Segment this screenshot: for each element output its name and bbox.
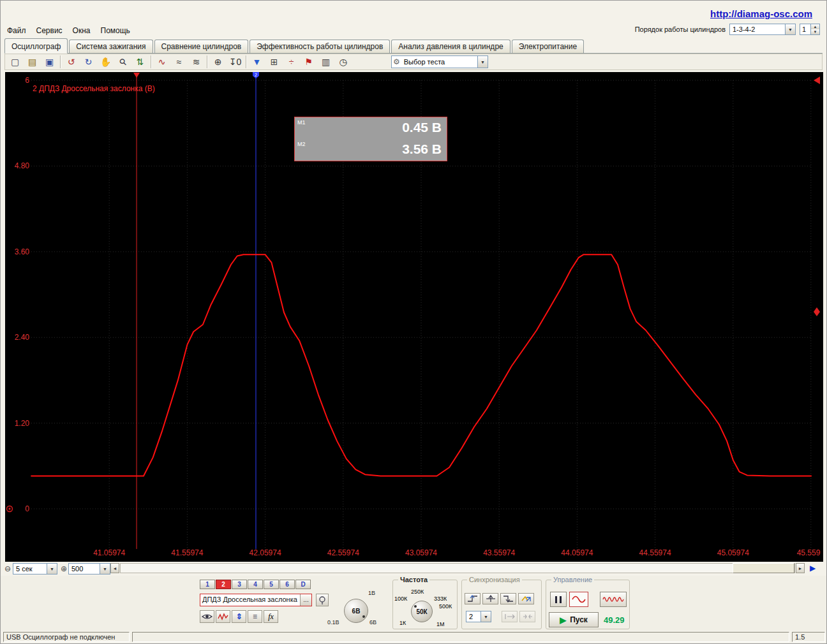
trigger-auto-button[interactable] — [518, 593, 534, 604]
x-tick-label: 45.559 — [797, 548, 821, 557]
multi-wave-button[interactable] — [600, 592, 627, 607]
spin-up-icon[interactable]: ▲ — [811, 24, 819, 29]
frequency-knob[interactable]: 50К — [411, 601, 433, 622]
cursor-m1-value: 0.45 В — [402, 120, 442, 135]
new-file-icon[interactable]: ▢ — [6, 54, 24, 70]
channel-button-2[interactable]: 2 — [216, 580, 231, 589]
firing-order-label: Порядок работы цилиндров — [635, 26, 726, 33]
trigger-rising-button[interactable] — [465, 593, 481, 604]
voltage-knob[interactable]: 6В — [344, 599, 368, 623]
channel-button-3[interactable]: 3 — [232, 580, 247, 589]
cylinder-spinner[interactable]: 1 ▲ ▼ — [800, 24, 820, 35]
channel-button-6[interactable]: 6 — [279, 580, 295, 589]
channel-button-1[interactable]: 1 — [200, 580, 215, 589]
tab-ignition-system[interactable]: Система зажигания — [69, 40, 153, 53]
menu-file[interactable]: Файл — [7, 26, 26, 35]
multi-wave-icon — [602, 595, 624, 604]
menu-service[interactable]: Сервис — [36, 26, 63, 35]
trigger-rising-icon — [467, 594, 479, 603]
x-tick-label: 45.05974 — [717, 548, 749, 557]
timebase-minus-icon[interactable]: ⊖ — [3, 564, 12, 573]
menu-windows[interactable]: Окна — [73, 26, 91, 35]
firing-order-group: Порядок работы цилиндров 1-3-4-2 ▼ 1 ▲ ▼ — [635, 24, 820, 35]
sine-mode-button[interactable] — [569, 592, 588, 607]
channel-button-D[interactable]: D — [295, 580, 311, 589]
start-label: Пуск — [570, 615, 588, 624]
trigger-falling-icon — [503, 594, 514, 603]
wave-all-icon[interactable]: ≋ — [188, 54, 205, 70]
chevron-down-icon[interactable]: ▼ — [47, 564, 57, 574]
trigger-falling-button[interactable] — [500, 593, 516, 604]
vertical-scale-button[interactable]: ⇕ — [232, 610, 246, 623]
flag-marker-icon[interactable]: ⚑ — [300, 54, 317, 70]
math-function-button[interactable]: fx — [264, 610, 278, 623]
autoset-clock-icon[interactable]: ◷ — [334, 54, 352, 70]
save-file-icon[interactable]: ▣ — [41, 54, 58, 70]
sync-source-select[interactable]: 2 ▼ — [466, 611, 491, 622]
divide-icon[interactable]: ÷ — [283, 54, 300, 70]
scrollbar-thumb[interactable] — [733, 563, 794, 573]
filter-icon[interactable]: ▼ — [248, 54, 265, 70]
levels-button[interactable]: ≡ — [248, 610, 262, 623]
tab-power-supply[interactable]: Электропитание — [512, 40, 584, 53]
open-file-icon[interactable]: ▤ — [24, 54, 41, 70]
site-link[interactable]: http://diamag-osc.com — [710, 8, 812, 19]
channel-more-button[interactable]: ... — [300, 594, 311, 606]
trigger-level-icon — [485, 594, 496, 603]
control-caption: Управление — [551, 576, 594, 583]
channel-button-4[interactable]: 4 — [248, 580, 263, 589]
trigger-level-button[interactable] — [482, 593, 498, 604]
scroll-left-icon[interactable]: ◄ — [110, 563, 119, 573]
tab-cylinder-efficiency[interactable]: Эффективность работы цилиндров — [250, 40, 390, 53]
timebase-scroll-row: ⊖ 5 сек ▼ ⊕ 500 ▼ ◄ ► ▶ — [3, 563, 825, 574]
tab-cylinder-pressure[interactable]: Анализ давления в цилиндре — [391, 40, 510, 53]
chevron-down-icon[interactable]: ▼ — [477, 56, 488, 68]
status-connection: USB Осциллограф не подключен — [3, 632, 130, 642]
auto-measure-icon[interactable]: ⊕ — [209, 54, 227, 70]
chevron-down-icon[interactable]: ▼ — [100, 564, 110, 574]
y-tick-label: 3.60 — [15, 247, 30, 256]
voltage-knob-block: 6В 1В 0.1В 6В — [327, 580, 391, 628]
grid-table-icon[interactable]: ⊞ — [265, 54, 283, 70]
pretrigger-left-button[interactable] — [502, 611, 518, 622]
status-spacer — [132, 632, 789, 642]
zero-level-icon[interactable]: ↧0 — [227, 54, 244, 70]
redo-zoom-icon[interactable]: ↻ — [80, 54, 97, 70]
x-tick-label: 43.55974 — [483, 548, 515, 557]
start-button[interactable]: ▶ Пуск — [549, 612, 599, 627]
sine-wave-icon — [572, 595, 586, 604]
waveform-style-button[interactable] — [216, 610, 230, 623]
channel-name-field[interactable]: ДПДЗ Дроссельная заслонка ... — [200, 594, 312, 606]
probe-settings-button[interactable] — [316, 594, 329, 606]
wave-close-icon[interactable]: ∿ — [153, 54, 170, 70]
autoscale-icon[interactable]: ⇅ — [131, 54, 149, 70]
scrollbar-track[interactable] — [120, 563, 795, 573]
undo-zoom-icon[interactable]: ↺ — [63, 54, 80, 70]
measurement-box[interactable]: M1 0.45 В M2 3.56 В — [294, 117, 447, 161]
spin-down-icon[interactable]: ▼ — [811, 29, 819, 34]
sweep-select[interactable]: 5 сек ▼ — [13, 563, 57, 574]
oscilloscope-chart[interactable]: 41.0597441.5597442.0597442.5597443.05974… — [5, 72, 823, 562]
tab-cylinder-comparison[interactable]: Сравнение цилиндров — [154, 40, 249, 53]
tab-oscilloscope[interactable]: Осциллограф — [4, 38, 68, 54]
scroll-right-icon[interactable]: ► — [796, 563, 805, 573]
test-select[interactable]: ⚙Выбор теста▼ — [391, 55, 488, 68]
toolbar-separator — [246, 55, 246, 68]
y-tick-label: 6 — [25, 76, 29, 85]
channel-button-5[interactable]: 5 — [264, 580, 279, 589]
firing-order-select[interactable]: 1-3-4-2 ▼ — [729, 24, 796, 35]
freq-label-333k: 333К — [434, 596, 447, 602]
samples-select[interactable]: 500 ▼ — [68, 563, 110, 574]
chevron-down-icon[interactable]: ▼ — [481, 611, 491, 622]
pretrigger-center-button[interactable] — [519, 611, 535, 622]
menu-help[interactable]: Помощь — [101, 26, 130, 35]
report-icon[interactable]: ▥ — [317, 54, 334, 70]
visibility-button[interactable] — [200, 610, 214, 623]
right-marker-diamond — [814, 307, 820, 316]
chevron-down-icon[interactable]: ▼ — [785, 24, 795, 34]
wave-single-icon[interactable]: ≈ — [170, 54, 188, 70]
run-indicator-icon[interactable]: ▶ — [810, 564, 816, 573]
pause-button[interactable] — [550, 592, 567, 607]
timebase-plus-icon[interactable]: ⊕ — [59, 564, 68, 573]
lines-icon: ≡ — [253, 612, 257, 621]
